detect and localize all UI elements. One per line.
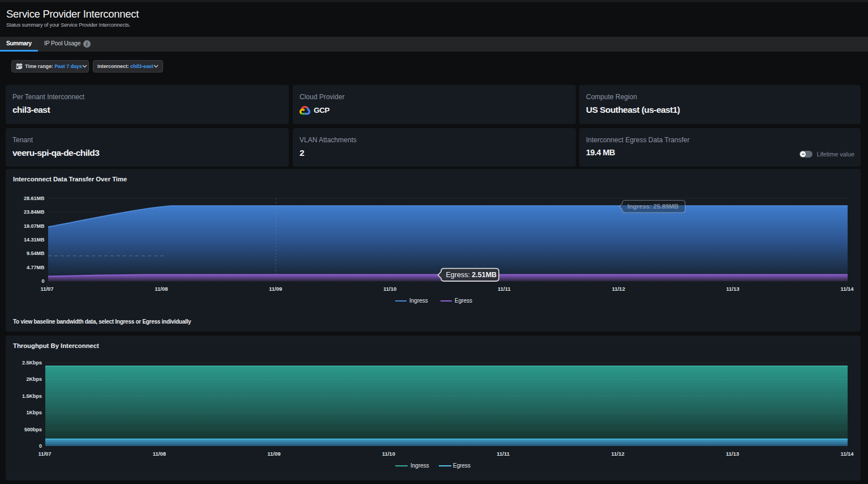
svg-text:0: 0 <box>41 278 44 284</box>
svg-text:11/10: 11/10 <box>382 451 395 457</box>
svg-text:11/08: 11/08 <box>155 286 168 292</box>
svg-text:1.5Kbps: 1.5Kbps <box>22 393 42 399</box>
svg-text:1Kbps: 1Kbps <box>26 410 42 415</box>
svg-text:11/09: 11/09 <box>269 286 282 292</box>
svg-text:0: 0 <box>39 443 42 449</box>
svg-text:2Kbps: 2Kbps <box>26 376 42 382</box>
svg-text:9.54MB: 9.54MB <box>27 251 45 256</box>
svg-text:2.5Kbps: 2.5Kbps <box>22 360 42 366</box>
svg-text:11/07: 11/07 <box>38 451 51 457</box>
svg-text:500bps: 500bps <box>24 427 42 432</box>
svg-text:11/11: 11/11 <box>498 286 511 292</box>
svg-text:11/10: 11/10 <box>383 286 396 292</box>
svg-text:Ingress: Ingress <box>411 462 429 469</box>
svg-text:Egress: 2.51MB: Egress: 2.51MB <box>446 271 497 279</box>
svg-text:28.61MB: 28.61MB <box>24 196 45 201</box>
svg-text:11/14: 11/14 <box>840 286 854 292</box>
svg-text:11/07: 11/07 <box>40 286 53 292</box>
svg-text:19.07MB: 19.07MB <box>24 223 45 229</box>
svg-text:11/14: 11/14 <box>840 451 854 457</box>
svg-text:11/12: 11/12 <box>611 451 624 457</box>
svg-text:Egress: Egress <box>453 462 471 469</box>
svg-text:11/13: 11/13 <box>726 286 739 292</box>
svg-text:23.84MB: 23.84MB <box>24 209 45 215</box>
svg-text:4.77MB: 4.77MB <box>27 265 45 270</box>
svg-text:14.31MB: 14.31MB <box>24 237 45 243</box>
svg-text:11/12: 11/12 <box>612 286 625 292</box>
svg-text:11/13: 11/13 <box>726 451 739 457</box>
svg-text:11/09: 11/09 <box>267 451 280 457</box>
svg-text:Egress: Egress <box>455 298 472 304</box>
svg-text:11/11: 11/11 <box>497 451 510 457</box>
svg-text:11/08: 11/08 <box>153 451 166 457</box>
svg-text:Ingress: Ingress <box>409 298 428 304</box>
svg-text:Ingress: 25.89MB: Ingress: 25.89MB <box>627 203 679 210</box>
